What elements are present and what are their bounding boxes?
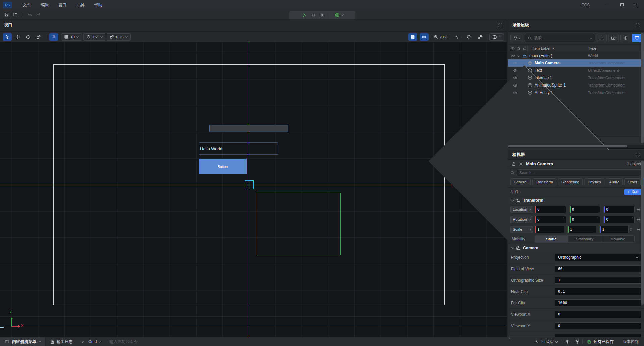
eye-icon[interactable] xyxy=(513,61,517,65)
rotation-z-field[interactable]: ° xyxy=(603,216,635,223)
transform-section-header[interactable]: Transform xyxy=(508,196,644,204)
menu-file[interactable]: 文件 xyxy=(18,0,36,10)
tilemap-bounds-rect[interactable] xyxy=(257,193,341,255)
stats-toggle[interactable] xyxy=(452,33,462,41)
rotation-x-field[interactable]: ° xyxy=(535,216,566,223)
grid-toggle[interactable] xyxy=(408,33,417,41)
minimize-button[interactable] xyxy=(600,0,614,10)
location-dropdown[interactable]: Location xyxy=(510,206,533,213)
column-item-label[interactable]: Item Label ▲ xyxy=(528,46,555,50)
scale-z-field[interactable] xyxy=(599,226,629,233)
play-button[interactable] xyxy=(302,13,307,18)
inspector-expand-icon[interactable] xyxy=(635,152,640,157)
tree-row-main[interactable]: main (Editor) World xyxy=(508,52,644,59)
viewport-y-field[interactable] xyxy=(555,322,641,329)
hierarchy-hscrollbar[interactable] xyxy=(508,145,644,148)
tree-row-animatedsprite[interactable]: AnimatedSprite 1 TransformComponent xyxy=(508,81,644,89)
near-clip-input[interactable] xyxy=(558,288,635,295)
content-drawer-button[interactable]: 内容侧滑菜单 xyxy=(0,337,46,346)
eye-icon[interactable] xyxy=(511,46,515,50)
fit-view-button[interactable] xyxy=(475,33,484,41)
trace-dropdown[interactable]: 回追踪 xyxy=(530,339,562,345)
hierarchy-settings-button[interactable] xyxy=(620,34,630,42)
star-icon[interactable] xyxy=(517,46,521,50)
add-folder-button[interactable] xyxy=(608,34,619,42)
tab-physics[interactable]: Physics xyxy=(584,178,604,185)
far-clip-field[interactable] xyxy=(555,299,641,306)
add-component-button[interactable]: 添加 xyxy=(624,189,641,195)
output-log-button[interactable]: 输出日志 xyxy=(46,339,77,345)
tab-transform[interactable]: Transform xyxy=(532,178,556,185)
tree-row-ai-entity[interactable]: AI Entity 1 TransformComponent xyxy=(508,89,644,96)
orthographic-size-field[interactable] xyxy=(555,277,641,284)
eye-icon[interactable] xyxy=(513,68,517,73)
rotate-tool[interactable] xyxy=(23,33,33,41)
inspector-search-input[interactable] xyxy=(519,171,639,175)
location-y-field[interactable] xyxy=(569,206,600,213)
inspector-vscrollbar[interactable] xyxy=(641,161,644,305)
menu-window[interactable]: 窗口 xyxy=(54,0,71,10)
scale-tool[interactable] xyxy=(34,33,43,41)
open-button[interactable] xyxy=(11,11,19,18)
eye-icon[interactable] xyxy=(513,91,517,95)
scene-canvas[interactable]: Hello World Button y X xyxy=(0,42,507,337)
scale-z-input[interactable] xyxy=(602,226,625,233)
location-x-field[interactable] xyxy=(535,206,566,213)
mobility-static[interactable]: Static xyxy=(535,236,568,242)
location-z-input[interactable] xyxy=(606,206,631,213)
cmd-dropdown[interactable]: Cmd xyxy=(77,339,105,344)
location-z-field[interactable] xyxy=(603,206,635,213)
scale-y-field[interactable] xyxy=(567,226,596,233)
rotation-x-input[interactable] xyxy=(537,216,562,223)
hierarchy-search[interactable] xyxy=(525,34,595,42)
menu-tools[interactable]: 工具 xyxy=(71,0,89,10)
rotation-snap-dropdown[interactable]: 15° xyxy=(83,33,105,41)
scale-dropdown[interactable]: Scale xyxy=(510,226,533,233)
location-y-input[interactable] xyxy=(572,206,596,213)
mobility-stationary[interactable]: Stationary xyxy=(568,236,601,242)
location-x-input[interactable] xyxy=(537,206,562,213)
hierarchy-vscrollbar[interactable] xyxy=(641,33,644,143)
rotation-z-input[interactable] xyxy=(606,216,631,223)
step-button[interactable] xyxy=(320,13,325,17)
orthographic-size-input[interactable] xyxy=(558,277,635,283)
viewport-x-field[interactable] xyxy=(555,311,641,318)
hierarchy-expand-icon[interactable] xyxy=(635,23,640,28)
field-of-view-field[interactable] xyxy=(555,265,641,272)
viewport-y-input[interactable] xyxy=(558,323,635,329)
undo-button[interactable] xyxy=(25,11,34,18)
tree-row-tilemap[interactable]: Tilemap 1 TransformComponent xyxy=(508,74,644,81)
tree-row-main-camera[interactable]: Main Camera TransformComponent xyxy=(508,59,644,67)
rotation-y-field[interactable]: ° xyxy=(569,216,600,223)
eye-icon[interactable] xyxy=(511,54,515,58)
hscrollbar-thumb[interactable] xyxy=(508,145,627,147)
rotation-dropdown[interactable]: Rotation xyxy=(510,216,533,223)
scale-y-input[interactable] xyxy=(570,226,593,233)
network-status[interactable] xyxy=(562,339,572,344)
eye-icon[interactable] xyxy=(513,76,517,80)
world-view-dropdown[interactable] xyxy=(489,33,504,41)
projection-dropdown[interactable]: Orthographic xyxy=(555,254,641,261)
stop-button[interactable] xyxy=(311,13,316,17)
save-button[interactable] xyxy=(2,11,11,18)
move-tool[interactable] xyxy=(13,33,22,41)
zoom-control[interactable]: 79% xyxy=(434,35,447,39)
scale-x-field[interactable] xyxy=(535,226,564,233)
scale-snap-dropdown[interactable]: 0.25 xyxy=(107,33,130,41)
mobility-movable[interactable]: Movable xyxy=(601,236,634,242)
select-tool[interactable] xyxy=(3,33,12,41)
tab-rendering[interactable]: Rendering xyxy=(558,178,583,185)
column-type-label[interactable]: Type xyxy=(588,46,596,50)
run-target-dropdown[interactable] xyxy=(335,13,343,18)
tab-other[interactable]: Other xyxy=(624,178,641,185)
reset-view-button[interactable] xyxy=(464,33,473,41)
clipped-field[interactable] xyxy=(555,334,641,337)
selection-handle[interactable] xyxy=(245,180,254,189)
maximize-button[interactable] xyxy=(614,0,629,10)
lock-icon[interactable] xyxy=(523,46,527,50)
add-entity-button[interactable] xyxy=(597,34,607,42)
console-input[interactable]: 输入控制台命令 xyxy=(105,339,142,345)
chevron-down-icon[interactable] xyxy=(517,54,520,57)
redo-button[interactable] xyxy=(34,11,43,18)
near-clip-field[interactable] xyxy=(555,288,641,295)
